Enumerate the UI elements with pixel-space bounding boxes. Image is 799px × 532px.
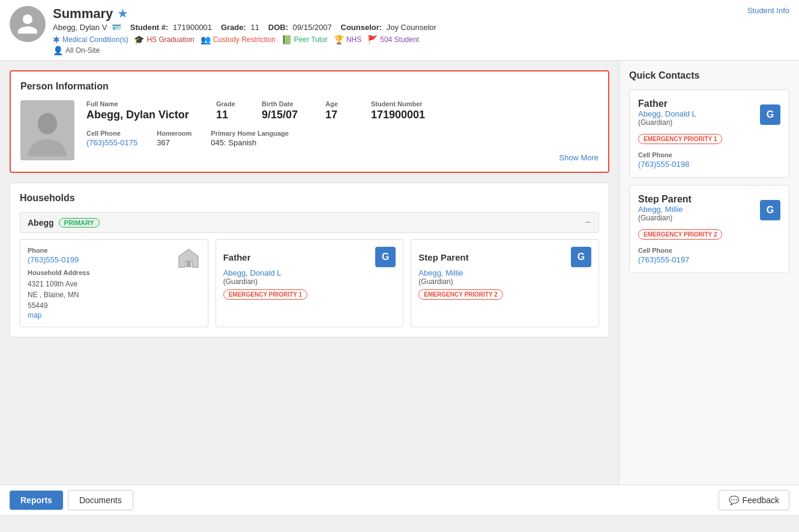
student-number-label: Student #: (130, 23, 169, 32)
main-content: Person Information Full Name Grade Birth… (0, 61, 799, 485)
qc-father-name[interactable]: Abegg, Donald L (638, 109, 696, 118)
feedback-label: Feedback (743, 495, 779, 505)
documents-button[interactable]: Documents (68, 490, 133, 510)
student-number: 171900001 (173, 23, 212, 32)
phone-label: Phone (28, 247, 90, 254)
household-phone[interactable]: (763)555-0199 (28, 255, 90, 264)
father-role: Father (223, 252, 251, 262)
right-panel: Quick Contacts Father Abegg, Donald L (G… (619, 61, 799, 485)
badges-row: ✱ Medical Condition(s) 🎓 HS Graduation 👥… (53, 35, 439, 44)
household-stepparent-card: Step Parent G Abegg, Millie (Guardian) E… (411, 239, 599, 327)
feedback-chat-icon: 💬 (729, 495, 739, 505)
id-card-icon: 🪪 (112, 23, 121, 32)
dob-label: DOB: (268, 23, 288, 32)
tutor-badge[interactable]: 📗 Peer Tutor (282, 35, 328, 44)
reports-button[interactable]: Reports (10, 491, 63, 510)
households-section: Households Abegg PRIMARY − Phone (763)55… (10, 183, 609, 337)
household-address-card: Phone (763)555-0199 Household Address 43… (20, 239, 208, 327)
qc-stepparent-type: Step Parent (638, 194, 692, 205)
qc-father-sub: (Guardian) (638, 118, 696, 127)
504-icon: 🚩 (367, 35, 378, 44)
left-panel: Person Information Full Name Grade Birth… (0, 61, 619, 485)
stepparent-emergency-badge: EMERGENCY PRIORITY 2 (418, 289, 502, 300)
medical-label: Medical Condition(s) (62, 35, 128, 44)
medical-badge[interactable]: ✱ Medical Condition(s) (53, 35, 128, 44)
student-info-link[interactable]: Student Info (747, 6, 789, 15)
medical-icon: ✱ (53, 35, 60, 44)
house-icon (176, 247, 201, 273)
footer: Reports Documents 💬 Feedback (0, 485, 799, 515)
qc-father-phone-label: Cell Phone (638, 151, 780, 159)
qc-stepparent-phone[interactable]: (763)555-0197 (638, 255, 780, 264)
grade: 11 (250, 23, 259, 32)
homeroom-value: 367 (157, 138, 191, 147)
household-tab-bar: Abegg PRIMARY − (20, 212, 599, 233)
qc-stepparent-phone-label: Cell Phone (638, 247, 780, 254)
counselor: Joy Counselor (387, 23, 436, 32)
qc-stepparent-emergency: EMERGENCY PRIORITY 2 (638, 229, 722, 240)
504-label: 504 Student (380, 35, 419, 44)
graduation-badge[interactable]: 🎓 HS Graduation (134, 35, 194, 44)
footer-left: Reports Documents (10, 490, 133, 510)
stepparent-role: Step Parent (418, 252, 468, 262)
qc-stepparent-sub: (Guardian) (638, 214, 692, 222)
onsite-label: All On-Site (65, 46, 100, 55)
collapse-household-button[interactable]: − (585, 216, 591, 229)
star-icon[interactable]: ★ (118, 7, 127, 20)
primary-language-value: 045: Spanish (211, 138, 289, 147)
qc-stepparent-card: Step Parent Abegg, Millie (Guardian) G E… (629, 185, 789, 273)
person-info-body: Full Name Grade Birth Date Age Student N… (20, 100, 598, 162)
504-badge[interactable]: 🚩 504 Student (367, 35, 419, 44)
full-name-label: Full Name (86, 100, 207, 107)
nhs-icon: 🏆 (334, 35, 344, 44)
stepparent-sub: (Guardian) (418, 277, 591, 286)
page-header: Summary ★ Abegg, Dylan V 🪪 Student #: 17… (0, 0, 799, 61)
qc-father-avatar: G (760, 104, 780, 125)
dob: 09/15/2007 (293, 23, 332, 32)
stepparent-name-link[interactable]: Abegg, Millie (418, 268, 591, 277)
custody-icon: 👥 (201, 35, 211, 44)
cell-phone-value[interactable]: (763)555-0175 (86, 138, 137, 147)
summary-title: Summary (53, 6, 113, 22)
qc-stepparent-name[interactable]: Abegg, Millie (638, 205, 692, 214)
person-information-section: Person Information Full Name Grade Birth… (10, 70, 609, 173)
graduation-label: HS Graduation (146, 35, 194, 44)
person-information-title: Person Information (20, 81, 598, 92)
student-name: Abegg, Dylan V (53, 23, 107, 32)
address-label: Household Address (28, 269, 90, 276)
primary-language-label: Primary Home Language (211, 130, 289, 137)
custody-label: Custody Restriction (213, 35, 276, 44)
qc-father-card: Father Abegg, Donald L (Guardian) G EMER… (629, 89, 789, 178)
full-name-value: Abegg, Dylan Victor (86, 109, 207, 121)
birth-date-value: 9/15/07 (262, 109, 316, 121)
household-address: 4321 109th AveNE , Blaine, MN55449 (28, 279, 90, 311)
map-link[interactable]: map (28, 311, 90, 319)
onsite-row: 👤 All On-Site (53, 46, 439, 55)
father-name-link[interactable]: Abegg, Donald L (223, 268, 396, 277)
households-title: Households (20, 193, 599, 204)
onsite-badge[interactable]: 👤 All On-Site (53, 46, 100, 55)
feedback-button[interactable]: 💬 Feedback (719, 490, 789, 510)
nhs-badge[interactable]: 🏆 NHS (334, 35, 361, 44)
address-info: Phone (763)555-0199 Household Address 43… (28, 247, 90, 319)
quick-contacts-title: Quick Contacts (629, 70, 789, 81)
tutor-label: Peer Tutor (294, 35, 328, 44)
qc-father-phone[interactable]: (763)555-0198 (638, 160, 780, 169)
student-avatar (10, 6, 46, 42)
show-more-link[interactable]: Show More (86, 153, 598, 162)
graduation-icon: 🎓 (134, 35, 144, 44)
svg-rect-1 (186, 261, 191, 267)
student-number-col-label: Student Number (371, 100, 467, 107)
homeroom-label: Homeroom (157, 130, 191, 137)
student-meta: Abegg, Dylan V 🪪 Student #: 171900001 Gr… (53, 23, 439, 32)
household-tab-name[interactable]: Abegg (28, 218, 54, 228)
counselor-label: Counselor: (341, 23, 382, 32)
father-avatar: G (375, 247, 396, 267)
grade-col-label: Grade (216, 100, 252, 107)
homeroom-group: Homeroom 367 (157, 130, 191, 147)
person-details: Full Name Grade Birth Date Age Student N… (86, 100, 598, 162)
grade-label: Grade: (221, 23, 246, 32)
father-sub: (Guardian) (223, 277, 396, 286)
nhs-label: NHS (346, 35, 361, 44)
custody-badge[interactable]: 👥 Custody Restriction (201, 35, 276, 44)
